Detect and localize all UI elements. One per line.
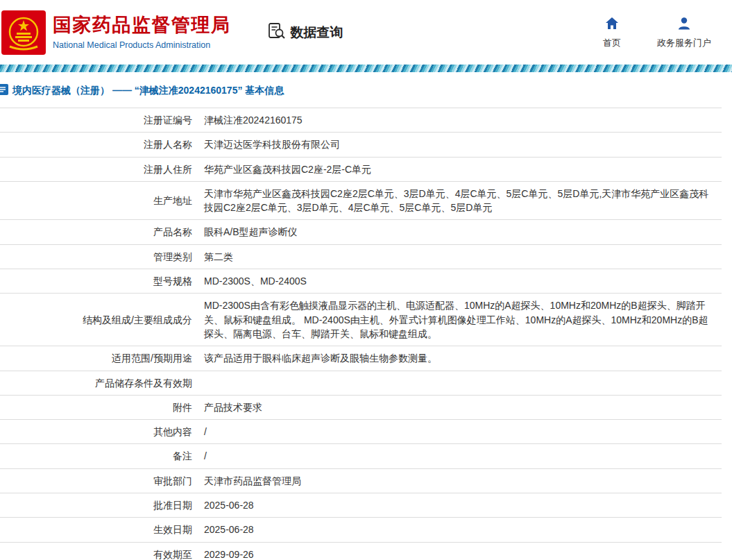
row-value: MD-2300S、MD-2400S	[204, 269, 722, 294]
nav-home-label: 首页	[603, 37, 621, 49]
row-value: 2025-06-28	[204, 493, 722, 518]
data-query-icon	[267, 22, 286, 44]
row-label: 批准日期	[0, 493, 204, 518]
info-table: 注册证编号津械注准20242160175注册人名称天津迈达医学科技股份有限公司注…	[0, 108, 722, 560]
row-value: 2025-06-28	[204, 518, 722, 542]
table-row: 注册人名称天津迈达医学科技股份有限公司	[0, 133, 722, 157]
data-query-label: 数据查询	[291, 24, 343, 42]
header: 国家药品监督管理局 National Medical Products Admi…	[0, 0, 732, 65]
brand-text: 国家药品监督管理局 National Medical Products Admi…	[53, 15, 231, 49]
table-row: 有效期至2029-09-26	[0, 542, 722, 560]
table-row: 其他内容/	[0, 420, 722, 444]
row-label: 生效日期	[0, 518, 204, 542]
table-row: 结构及组成/主要组成成分MD-2300S由含有彩色触摸液晶显示器的主机、电源适配…	[0, 294, 722, 346]
top-nav: 首页 政务服务门户	[603, 16, 711, 49]
table-row: 批准日期2025-06-28	[0, 493, 722, 518]
nmpa-emblem-logo-icon	[1, 10, 46, 55]
nav-portal-label: 政务服务门户	[657, 37, 711, 49]
org-name-en: National Medical Products Administration	[53, 40, 231, 50]
table-row: 注册证编号津械注准20242160175	[0, 108, 722, 133]
row-value: 2029-09-26	[204, 542, 722, 560]
table-row: 适用范围/预期用途该产品适用于眼科临床超声诊断及眼轴生物参数测量。	[0, 346, 722, 371]
row-value: 产品技术要求	[204, 395, 722, 419]
table-row: 型号规格MD-2300S、MD-2400S	[0, 269, 722, 294]
row-label: 其他内容	[0, 420, 204, 444]
row-label: 结构及组成/主要组成成分	[0, 294, 204, 346]
row-value: /	[204, 420, 722, 444]
row-value: 天津迈达医学科技股份有限公司	[204, 133, 722, 157]
row-label: 注册人名称	[0, 133, 204, 157]
home-icon	[604, 16, 620, 33]
row-value: 天津市药品监督管理局	[204, 468, 722, 493]
table-row: 生产地址天津市华苑产业区鑫茂科技园C2座2层C单元、3层D单元、4层C单元、5层…	[0, 181, 722, 220]
row-value: 第二类	[204, 244, 722, 269]
row-value: 华苑产业区鑫茂科技园C2座-2层-C单元	[204, 157, 722, 181]
table-row: 产品储存条件及有效期	[0, 371, 722, 395]
row-value: 津械注准20242160175	[204, 108, 722, 133]
table-row: 附件产品技术要求	[0, 395, 722, 419]
document-icon	[0, 84, 8, 97]
table-row: 审批部门天津市药品监督管理局	[0, 468, 722, 493]
table-row: 产品名称眼科A/B型超声诊断仪	[0, 220, 722, 244]
row-value	[204, 371, 722, 395]
row-label: 适用范围/预期用途	[0, 346, 204, 371]
decorative-strip	[0, 65, 732, 72]
row-label: 附件	[0, 395, 204, 419]
row-label: 管理类别	[0, 244, 204, 269]
table-row: 管理类别第二类	[0, 244, 722, 269]
data-query-title: 数据查询	[267, 22, 343, 44]
row-label: 注册证编号	[0, 108, 204, 133]
nav-portal[interactable]: 政务服务门户	[657, 16, 711, 49]
brand: 国家药品监督管理局 National Medical Products Admi…	[0, 10, 231, 55]
table-row: 生效日期2025-06-28	[0, 518, 722, 542]
row-label: 产品储存条件及有效期	[0, 371, 204, 395]
row-label: 备注	[0, 444, 204, 468]
table-row: 注册人住所华苑产业区鑫茂科技园C2座-2层-C单元	[0, 157, 722, 181]
nav-home[interactable]: 首页	[603, 16, 621, 49]
table-row: 备注/	[0, 444, 722, 468]
breadcrumb-text: 境内医疗器械（注册） —— “津械注准20242160175” 基本信息	[12, 85, 284, 97]
row-label: 有效期至	[0, 542, 204, 560]
row-label: 型号规格	[0, 269, 204, 294]
row-label: 生产地址	[0, 181, 204, 220]
org-name-cn: 国家药品监督管理局	[53, 15, 231, 36]
breadcrumb: 境内医疗器械（注册） —— “津械注准20242160175” 基本信息	[0, 72, 732, 108]
row-label: 审批部门	[0, 468, 204, 493]
row-label: 产品名称	[0, 220, 204, 244]
user-icon	[676, 16, 692, 33]
row-value: 该产品适用于眼科临床超声诊断及眼轴生物参数测量。	[204, 346, 722, 371]
row-value: 眼科A/B型超声诊断仪	[204, 220, 722, 244]
row-value: 天津市华苑产业区鑫茂科技园C2座2层C单元、3层D单元、4层C单元、5层C单元、…	[204, 181, 722, 220]
row-value: MD-2300S由含有彩色触摸液晶显示器的主机、电源适配器、10MHz的A超探头…	[204, 294, 722, 346]
row-value: /	[204, 444, 722, 468]
row-label: 注册人住所	[0, 157, 204, 181]
